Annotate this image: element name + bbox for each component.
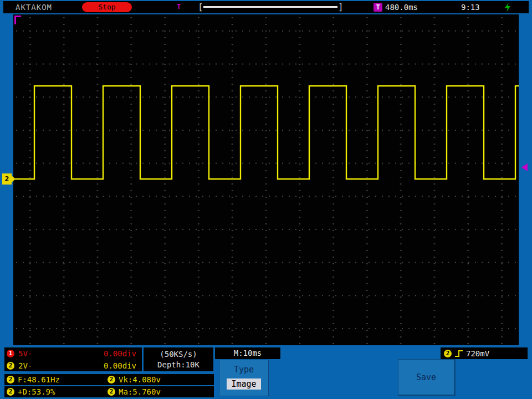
brand-logo: AKTAKOM [16,3,52,12]
timebase-value: M:10ms [234,349,262,357]
oscilloscope-frame: AKTAKOM Stop T [ ] T 480.0ms 9:13 2 [0,0,532,399]
measurement-duty: 2 +D:53.9% [7,386,55,397]
channel-settings-panel: 1 5V- 0.00div 2 2V- 0.00div [4,347,142,371]
ch1-settings-row: 1 5V- 0.00div [4,347,142,359]
measurement-frequency: 2 F:48.61Hz [7,374,60,385]
trigger-position-icon: T [177,3,181,11]
measurement-row: 2 F:48.61Hz 2 Vk:4.080v [4,374,214,385]
record-window-bar [203,6,337,8]
trigger-delay-readout: T 480.0ms [374,2,418,12]
ch1-position: 0.00div [104,349,136,358]
rising-edge-icon [454,350,463,357]
measurement-value: +D:53.9% [18,387,55,396]
measurement-badge: 2 [7,376,14,383]
measurement-value: Ma:5.760v [119,387,161,396]
ch1-badge: 1 [7,350,14,357]
trigger-icon: T [374,3,382,12]
save-button[interactable]: Save [398,359,456,396]
acquisition-status-badge: Stop [82,2,132,12]
channel2-marker-label: 2 [5,175,9,183]
channel2-position-marker: 2 [2,173,12,185]
trigger-level-readout: 2 720mV [441,347,528,359]
measurement-row: 2 +D:53.9% 2 Ma:5.760v [4,386,214,397]
ch2-scale: 2V- [18,361,32,370]
measurement-badge: 2 [108,388,115,396]
measurement-value: Vk:4.080v [119,375,161,384]
measurement-badge: 2 [108,376,115,383]
ch2-settings-row: 2 2V- 0.00div [4,360,142,371]
measurement-max: 2 Ma:5.760v [108,386,161,397]
record-window-bracket-left: [ [198,2,203,12]
record-depth: Depth:10K [144,360,213,369]
acquisition-panel: (50KS/s) Depth:10K [144,347,213,371]
waveform-display [13,14,519,345]
trigger-delay-value: 480.0ms [385,3,418,12]
measurement-value: F:48.61Hz [18,375,60,384]
clock: 9:13 [461,3,480,12]
ch2-badge: 2 [7,362,14,370]
menu-type-selector[interactable]: Type Image [219,360,269,396]
sample-rate: (50KS/s) [144,350,213,359]
ch1-scale: 5V- [18,349,32,358]
trigger-level-value: 720mV [466,349,489,358]
channel2-trace [13,14,519,345]
record-position-indicator: T [ ] [170,1,353,13]
measurement-vpk: 2 Vk:4.080v [108,374,161,385]
top-status-bar: AKTAKOM Stop T [ ] T 480.0ms 9:13 [3,1,529,13]
trigger-source-badge: 2 [444,350,452,357]
usb-icon [503,2,512,12]
measurement-badge: 2 [7,388,14,396]
menu-type-value[interactable]: Image [227,378,261,390]
trigger-level-marker [521,163,528,171]
record-window-bracket-right: ] [338,2,344,12]
ch2-position: 0.00div [104,361,136,370]
timebase-readout: M:10ms [215,347,280,359]
menu-type-label: Type [219,365,268,375]
